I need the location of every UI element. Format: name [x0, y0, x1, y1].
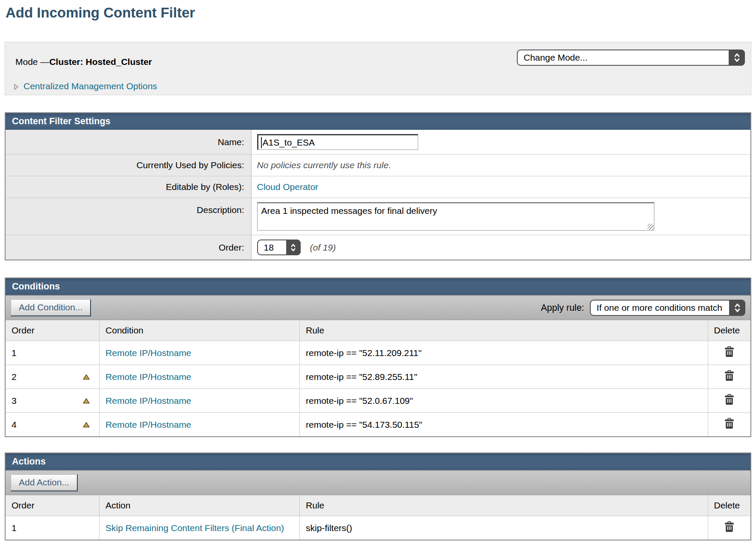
mode-label: Mode — — [15, 57, 49, 67]
actions-table: Order Action Rule Delete 1 Skip Remainin… — [6, 495, 750, 540]
action-link[interactable]: Skip Remaining Content Filters (Final Ac… — [105, 522, 284, 534]
policies-row: Currently Used by Policies: No policies … — [6, 155, 750, 176]
mode-value: Cluster: Hosted_Cluster — [49, 57, 152, 67]
conditions-panel-title: Conditions — [6, 278, 750, 295]
description-row: Description: Area 1 inspected messages f… — [6, 198, 750, 235]
col-rule: Rule — [300, 495, 708, 516]
page-title: Add Incoming Content Filter — [6, 4, 751, 21]
up-arrow-icon[interactable] — [83, 374, 90, 380]
apply-rule-selected-value: If one or more conditions match — [597, 303, 722, 313]
order-selected-value: 18 — [264, 242, 274, 253]
row-order: 3 — [12, 396, 17, 406]
resize-grip-icon[interactable] — [648, 224, 653, 230]
condition-row: 4 Remote IP/Hostname remote-ip == "54.17… — [6, 413, 750, 437]
description-textarea[interactable]: Area 1 inspected messages for final deli… — [257, 202, 654, 231]
updown-stepper-icon — [729, 50, 745, 66]
conditions-header-row: Order Condition Rule Delete — [6, 320, 750, 341]
change-mode-select[interactable]: Change Mode... — [517, 50, 745, 66]
settings-table: Name: A1S_to_ESA Currently Used by Polic… — [6, 130, 750, 260]
conditions-toolbar: Add Condition... Apply rule: If one or m… — [6, 295, 750, 320]
settings-panel-title: Content Filter Settings — [6, 113, 750, 130]
mode-line: Mode —Cluster: Hosted_Cluster — [15, 57, 152, 67]
actions-panel: Actions Add Action... Order Action Rule … — [5, 453, 751, 540]
name-input-value: A1S_to_ESA — [263, 137, 315, 148]
editable-row: Editable by (Roles): Cloud Operator — [6, 176, 750, 198]
order-row: Order: 18 (of 19) — [6, 235, 750, 260]
condition-row: 1 Remote IP/Hostname remote-ip == "52.11… — [6, 341, 750, 365]
policies-label: Currently Used by Policies: — [6, 155, 251, 176]
col-order: Order — [6, 320, 100, 341]
condition-link[interactable]: Remote IP/Hostname — [105, 348, 191, 358]
action-rule: skip-filters() — [300, 516, 708, 540]
actions-toolbar: Add Action... — [6, 470, 750, 495]
condition-rule: remote-ip == "52.11.209.211" — [300, 341, 708, 365]
col-delete: Delete — [708, 495, 750, 516]
cloud-operator-link[interactable]: Cloud Operator — [257, 182, 319, 192]
policies-value: No policies currently use this rule. — [257, 160, 391, 170]
row-order: 2 — [12, 372, 17, 382]
row-order: 1 — [12, 523, 17, 533]
trash-icon[interactable] — [724, 418, 734, 429]
col-action: Action — [100, 495, 300, 516]
apply-rule-label: Apply rule: — [541, 303, 584, 313]
add-action-button[interactable]: Add Action... — [11, 474, 78, 491]
apply-rule-group: Apply rule: If one or more conditions ma… — [541, 300, 745, 316]
centralized-management-options-link[interactable]: Centralized Management Options — [14, 81, 157, 91]
trash-icon[interactable] — [724, 370, 734, 381]
add-condition-button[interactable]: Add Condition... — [11, 299, 91, 316]
name-label: Name: — [6, 130, 251, 155]
row-order: 4 — [12, 420, 17, 429]
page: Add Incoming Content Filter Mode —Cluste… — [0, 4, 756, 549]
condition-link[interactable]: Remote IP/Hostname — [105, 420, 191, 429]
name-row: Name: A1S_to_ESA — [6, 130, 750, 155]
name-input[interactable]: A1S_to_ESA — [257, 134, 418, 150]
apply-rule-select[interactable]: If one or more conditions match — [590, 300, 745, 316]
condition-row: 3 Remote IP/Hostname remote-ip == "52.0.… — [6, 389, 750, 413]
trash-icon[interactable] — [724, 394, 734, 405]
updown-stepper-icon — [729, 300, 745, 316]
content-filter-settings-panel: Content Filter Settings Name: A1S_to_ESA… — [5, 112, 751, 260]
order-label: Order: — [6, 235, 251, 260]
triangle-right-icon — [14, 83, 19, 91]
conditions-table: Order Condition Rule Delete 1 Remote IP/… — [6, 320, 750, 436]
editable-roles-label: Editable by (Roles): — [6, 176, 251, 198]
description-value: Area 1 inspected messages for final deli… — [261, 206, 437, 216]
col-rule: Rule — [300, 320, 708, 341]
condition-link[interactable]: Remote IP/Hostname — [105, 396, 191, 406]
action-row: 1 Skip Remaining Content Filters (Final … — [6, 516, 750, 540]
mode-panel: Mode —Cluster: Hosted_Cluster Change Mod… — [5, 42, 751, 95]
updown-stepper-icon — [286, 239, 301, 255]
condition-rule: remote-ip == "52.89.255.11" — [300, 365, 708, 389]
up-arrow-icon[interactable] — [83, 422, 90, 427]
col-condition: Condition — [100, 320, 300, 341]
text-caret — [261, 137, 262, 148]
col-order: Order — [6, 495, 100, 516]
actions-panel-title: Actions — [6, 453, 750, 470]
condition-row: 2 Remote IP/Hostname remote-ip == "52.89… — [6, 365, 750, 389]
trash-icon[interactable] — [724, 521, 734, 532]
order-total-note: (of 19) — [310, 242, 336, 253]
up-arrow-icon[interactable] — [83, 398, 90, 403]
col-delete: Delete — [708, 320, 750, 341]
condition-link[interactable]: Remote IP/Hostname — [105, 372, 191, 382]
centralized-management-options-label: Centralized Management Options — [23, 81, 157, 91]
order-select[interactable]: 18 — [257, 239, 301, 255]
change-mode-selected-value: Change Mode... — [524, 53, 587, 63]
conditions-panel: Conditions Add Condition... Apply rule: … — [5, 277, 751, 437]
condition-rule: remote-ip == "54.173.50.115" — [300, 413, 708, 437]
condition-rule: remote-ip == "52.0.67.109" — [300, 389, 708, 413]
trash-icon[interactable] — [724, 346, 734, 357]
actions-header-row: Order Action Rule Delete — [6, 495, 750, 516]
description-label: Description: — [6, 198, 251, 235]
row-order: 1 — [12, 348, 17, 358]
